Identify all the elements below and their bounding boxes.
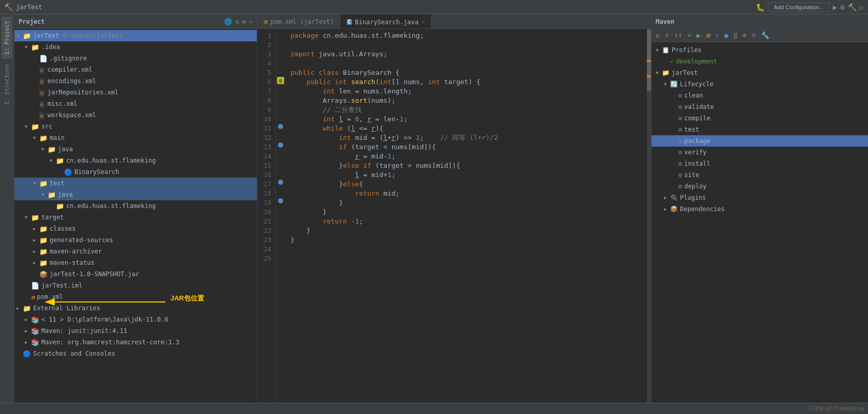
collapse-all-icon[interactable]: ⊝ [750,30,758,40]
tree-item[interactable]: 📦 jarTest-1.0-SNAPSHOT.jar [14,268,257,280]
maven-icon[interactable]: m [704,30,712,40]
maven-item[interactable]: ⚙ test [652,124,868,135]
tree-icon: 📁 [56,202,64,210]
maven-header: Maven [652,14,868,29]
blue-icon[interactable]: ● [722,30,731,40]
gear-icon[interactable]: ⚙ [242,18,246,25]
minimize-icon[interactable]: − [249,18,253,25]
tree-arrow: ▼ [41,147,48,152]
code-line: while (l <= r){ [290,124,643,133]
tree-item[interactable]: 🔵 BinarySearch [14,166,257,178]
tree-label: compiler.xml [48,66,92,73]
tree-item[interactable]: ▶ 📚 Maven: org.hamcrest:hamcrest-core:1.… [14,337,257,348]
tree-icon: 📄 [39,55,48,62]
tree-item[interactable]: ▶ 📚 Maven: junit:junit:4.11 [14,325,257,337]
tree-item[interactable]: ⚙ compiler.xml [14,64,257,75]
run-icon[interactable]: ▶ [833,3,837,11]
tree-item[interactable]: 📄 .gitignore [14,53,257,64]
run-icon[interactable]: ▶ [694,30,703,40]
tree-item[interactable]: 🔵 Scratches and Consoles [14,348,257,359]
tree-item[interactable]: ▼ 📁 main [14,132,257,144]
expand-icon[interactable]: ⇅ [235,18,239,25]
run2-icon[interactable]: ▷ [860,3,864,11]
tree-label: maven-status [50,259,95,266]
tree-item[interactable]: ⚙ misc.xml [14,98,257,109]
maven-item[interactable]: ▶ 📦 Dependencies [652,203,868,215]
debug-icon: 🐛 [756,3,765,11]
maven-label: site [684,171,699,179]
tree-item[interactable]: ▼ 📁 java [14,144,257,155]
maven-item[interactable]: ⚙ package [652,135,868,147]
tree-item[interactable]: ▶ 📚 < 11 > D:\platform\Java\jdk-11.0.6 [14,314,257,325]
tab-close-icon[interactable]: ✕ [422,19,425,25]
tree-item[interactable]: 📄 jarTest.iml [14,280,257,291]
maven-item[interactable]: ⚙ verify [652,147,868,158]
tree-label: encodings.xml [48,77,96,85]
code-line: int l = 0, r = len-1; [290,115,643,124]
tree-icon: 📁 [31,43,39,51]
maven-item[interactable]: ⚙ validate [652,101,868,113]
editor-content: 1234567891011121314151617181920212223242… [257,29,651,403]
tree-item[interactable]: 📁 cn.edu.huas.st.flameking [14,200,257,212]
download-all-icon[interactable]: ⬇⬇ [672,30,685,40]
tree-item[interactable]: ▶ 📁 maven-status [14,257,257,268]
tree-item[interactable]: ▼ 📁 jarTest E:\maven\jarTest [14,30,257,41]
tab-pom[interactable]: m pom.xml (jarTest) [257,14,340,28]
tree-item[interactable]: ⚙ workspace.xml [14,109,257,121]
tree-item[interactable]: ▶ 📁 generated-sources [14,234,257,246]
tab-binarysearch[interactable]: C BinarySearch.java ✕ [340,14,431,28]
maven-item[interactable]: ▶ 🔌 Plugins [652,192,868,203]
maven-item[interactable]: ✓ development [652,56,868,67]
add-configuration-button[interactable]: Add Configuration... [768,3,829,12]
tree-item[interactable]: ▶ 📁 classes [14,223,257,234]
tree-label: cn.edu.huas.st.flameking [66,202,156,210]
tree-item[interactable]: ▼ 📁 target [14,212,257,223]
wrench-icon[interactable]: 🔧 [759,30,771,40]
tree-label: src [41,123,53,130]
tree-icon: ⚙ [39,66,45,74]
tree-item[interactable]: ⚙ encodings.xml [14,75,257,87]
code-line: l = mid+1; [290,170,643,180]
tree-arrow: ▶ [33,237,39,243]
build-icon[interactable]: 🔨 [848,3,857,11]
tree-icon: m [31,293,35,301]
refresh-icon[interactable]: ↻ [654,30,662,40]
tree-label: generated-sources [50,236,113,244]
add-icon[interactable]: + [685,30,693,40]
sidebar-item-project[interactable]: 1: Project [2,17,12,59]
maven-item[interactable]: ▼ 📁 jarTest [652,67,868,78]
tree-item[interactable]: ▼ 📁 src [14,121,257,132]
tree-item[interactable]: ▼ 📁 .idea [14,41,257,53]
maven-item[interactable]: ⚙ site [652,169,868,181]
tree-item[interactable]: ▼ 📁 test [14,178,257,189]
tree-item[interactable]: ▼ 📁 cn.edu.huas.st.flameking [14,155,257,166]
tree-item[interactable]: m pom.xml [14,291,257,302]
tree-item[interactable]: ⚙ jarRepositories.xml [14,87,257,98]
pause-icon[interactable]: ‖ [731,30,739,40]
maven-item[interactable]: ⚙ install [652,158,868,169]
maven-item[interactable]: ▼ 📋 Profiles [652,44,868,56]
expand-all-icon[interactable]: ⊕ [740,30,749,40]
maven-tree: ▼ 📋 Profiles ✓ development ▼ 📁 jarTest ▼… [652,42,868,403]
maven-item[interactable]: ⚙ clean [652,90,868,101]
maven-label: clean [684,92,703,99]
maven-item[interactable]: ▼ 🔄 Lifecycle [652,78,868,90]
tree-item[interactable]: ▼ 📁 java [14,189,257,200]
tree-item[interactable]: ▶ 📁 External Libraries [14,302,257,314]
sidebar-item-structure[interactable]: 2: Structure [2,60,12,109]
code-line [290,245,643,254]
toggle-icon[interactable]: ⚡ [713,30,721,40]
globe-icon[interactable]: 🌐 [224,18,232,25]
editor-scrollbar[interactable] [647,29,651,403]
tree-icon: 📁 [48,146,56,153]
settings-icon[interactable]: ⚙ [840,3,844,11]
code-area[interactable]: package cn.edu.huas.st.flameking; import… [286,29,647,403]
download-icon[interactable]: ⬇ [663,30,671,40]
tree-label: test [50,180,65,187]
maven-item[interactable]: ⚙ compile [652,113,868,124]
tree-item[interactable]: ▶ 📁 maven-archiver [14,246,257,257]
maven-item[interactable]: ⚙ deploy [652,181,868,192]
tree-label: classes [50,225,76,232]
maven-panel: Maven ↻ ⬇ ⬇⬇ + ▶ m ⚡ ● ‖ ⊕ ⊝ 🔧 ▼ 📋 Profi… [651,14,868,403]
tree-icon: 📁 [48,191,56,199]
